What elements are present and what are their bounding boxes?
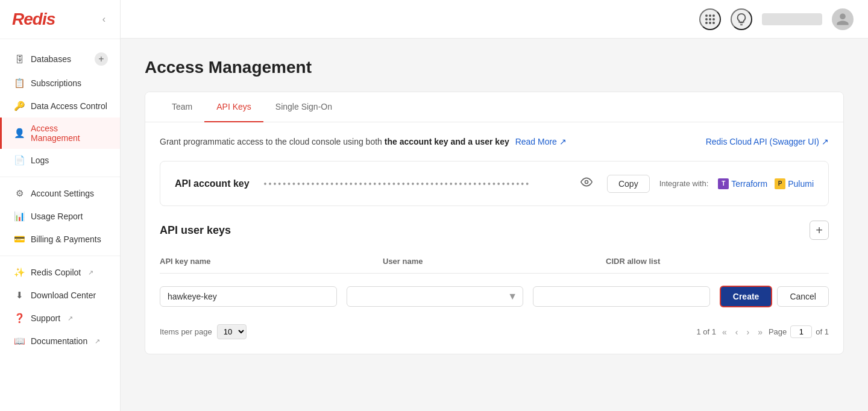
- description-bold: the account key and a user key: [385, 137, 509, 146]
- create-key-button[interactable]: Create: [720, 286, 773, 307]
- collapse-sidebar-button[interactable]: ‹: [100, 11, 108, 27]
- items-per-page: Items per page 10 25 50: [160, 324, 247, 339]
- sidebar-item-databases[interactable]: 🗄 Databases +: [0, 46, 120, 72]
- sidebar-item-download-center[interactable]: ⬇ Download Center: [0, 284, 120, 307]
- page-number-input[interactable]: [790, 325, 812, 338]
- api-key-value: ••••••••••••••••••••••••••••••••••••••••…: [264, 179, 566, 189]
- sidebar-item-label: Databases: [31, 54, 71, 64]
- swagger-ui-link[interactable]: Redis Cloud API (Swagger UI) ↗: [706, 137, 829, 146]
- main-card: Team API Keys Single Sign-On Grant progr…: [145, 92, 844, 354]
- sidebar-item-label: Data Access Control: [31, 101, 107, 111]
- tab-team[interactable]: Team: [160, 92, 204, 122]
- add-database-button[interactable]: +: [95, 52, 108, 66]
- prev-page-button[interactable]: ‹: [733, 326, 741, 338]
- svg-point-1: [709, 14, 711, 17]
- description-text: Grant programmatic access to the cloud c…: [160, 137, 706, 146]
- api-account-key-section: API account key ••••••••••••••••••••••••…: [160, 161, 829, 206]
- support-icon: ❓: [14, 313, 25, 324]
- subscriptions-icon: 📋: [14, 78, 25, 89]
- sidebar-item-subscriptions[interactable]: 📋 Subscriptions: [0, 72, 120, 95]
- avatar[interactable]: [832, 8, 854, 30]
- tab-sso[interactable]: Single Sign-On: [263, 92, 344, 122]
- page-nav: 1 of 1 « ‹ › » Page of 1: [696, 325, 829, 338]
- pagination-row: Items per page 10 25 50 1 of 1 « ‹ ›: [160, 324, 829, 339]
- svg-point-8: [712, 22, 715, 24]
- tabs-bar: Team API Keys Single Sign-On: [145, 92, 843, 122]
- sidebar-item-redis-copilot[interactable]: ✨ Redis Copilot ↗: [0, 261, 120, 284]
- toggle-key-visibility-button[interactable]: [576, 174, 597, 193]
- pulumi-link[interactable]: P Pulumi: [775, 178, 814, 189]
- card-body: Grant programmatic access to the cloud c…: [145, 122, 843, 354]
- svg-point-5: [712, 18, 715, 20]
- tab-api-keys[interactable]: API Keys: [204, 92, 263, 122]
- form-actions: Create Cancel: [720, 286, 829, 307]
- sidebar-item-account-settings[interactable]: ⚙ Account Settings: [0, 182, 120, 205]
- user-name-select[interactable]: [347, 286, 524, 307]
- sidebar-item-support[interactable]: ❓ Support ↗: [0, 307, 120, 330]
- sidebar-item-label: Billing & Payments: [31, 234, 101, 244]
- sidebar-item-label: Support: [31, 313, 60, 323]
- sidebar-item-label: Account Settings: [31, 189, 94, 198]
- sidebar-item-usage-report[interactable]: 📊 Usage Report: [0, 205, 120, 228]
- cancel-create-button[interactable]: Cancel: [777, 286, 829, 307]
- table-header: API key name User name CIDR allow list: [160, 252, 829, 274]
- description-prefix: Grant programmatic access to the cloud c…: [160, 137, 385, 146]
- database-icon: 🗄: [14, 54, 25, 64]
- copy-key-button[interactable]: Copy: [607, 175, 650, 193]
- external-link-icon: ↗: [88, 269, 93, 277]
- page-title: Access Management: [145, 58, 844, 77]
- sidebar-item-documentation[interactable]: 📖 Documentation ↗: [0, 330, 120, 353]
- sidebar-item-logs[interactable]: 📄 Logs: [0, 149, 120, 172]
- add-api-key-button[interactable]: +: [810, 221, 829, 240]
- sidebar-item-billing[interactable]: 💳 Billing & Payments: [0, 228, 120, 251]
- read-more-link[interactable]: Read More ↗: [515, 137, 567, 146]
- external-link-icon: ↗: [68, 315, 73, 322]
- copilot-icon: ✨: [14, 267, 25, 278]
- sidebar-item-label: Access Management: [31, 124, 108, 143]
- api-key-name-input[interactable]: [160, 286, 337, 307]
- sidebar: Redis ‹ 🗄 Databases + 📋 Subscriptions 🔑 …: [0, 0, 121, 411]
- next-page-button[interactable]: ›: [744, 326, 752, 338]
- terraform-label: Terraform: [731, 179, 767, 189]
- sidebar-item-access-management[interactable]: 👤 Access Management: [0, 118, 120, 149]
- usage-report-icon: 📊: [14, 211, 25, 222]
- sidebar-item-label: Download Center: [31, 290, 96, 300]
- svg-point-2: [712, 14, 715, 17]
- col-cidr: CIDR allow list: [606, 257, 819, 266]
- bulb-button[interactable]: [731, 8, 752, 30]
- sidebar-item-label: Subscriptions: [31, 78, 81, 88]
- access-management-icon: 👤: [14, 128, 25, 139]
- terraform-link[interactable]: T Terraform: [718, 178, 767, 189]
- account-settings-icon: ⚙: [14, 188, 25, 199]
- svg-point-7: [709, 22, 711, 24]
- external-link-icon: ↗: [95, 337, 100, 345]
- description-row: Grant programmatic access to the cloud c…: [160, 137, 829, 146]
- swagger-label: Redis Cloud API (Swagger UI): [706, 137, 819, 146]
- grid-menu-button[interactable]: [699, 8, 721, 30]
- external-link-icon: ↗: [822, 137, 829, 146]
- topbar: [121, 0, 868, 39]
- of-total-label: of 1: [816, 327, 829, 336]
- logs-icon: 📄: [14, 155, 25, 166]
- read-more-label: Read More: [515, 137, 557, 146]
- data-access-icon: 🔑: [14, 101, 25, 111]
- user-name-display: [762, 13, 822, 25]
- pulumi-label: Pulumi: [788, 179, 814, 189]
- sidebar-item-data-access-control[interactable]: 🔑 Data Access Control: [0, 95, 120, 118]
- first-page-button[interactable]: «: [720, 326, 729, 338]
- main-area: Access Management Team API Keys Single S…: [121, 0, 868, 411]
- page-info-text: 1 of 1: [696, 327, 716, 336]
- sidebar-item-label: Redis Copilot: [31, 268, 81, 277]
- external-link-icon: ↗: [559, 137, 567, 146]
- page-label: Page: [769, 327, 787, 336]
- last-page-button[interactable]: »: [755, 326, 765, 338]
- create-key-form-row: ▼ Create Cancel: [160, 281, 829, 312]
- api-user-keys-section: API user keys + API key name User name C…: [160, 221, 829, 339]
- sidebar-item-label: Logs: [31, 155, 49, 165]
- download-icon: ⬇: [14, 290, 25, 301]
- api-account-key-label: API account key: [175, 178, 250, 189]
- items-per-page-select[interactable]: 10 25 50: [217, 324, 247, 339]
- items-per-page-label: Items per page: [160, 327, 212, 336]
- cidr-input[interactable]: [533, 286, 710, 307]
- billing-icon: 💳: [14, 234, 25, 245]
